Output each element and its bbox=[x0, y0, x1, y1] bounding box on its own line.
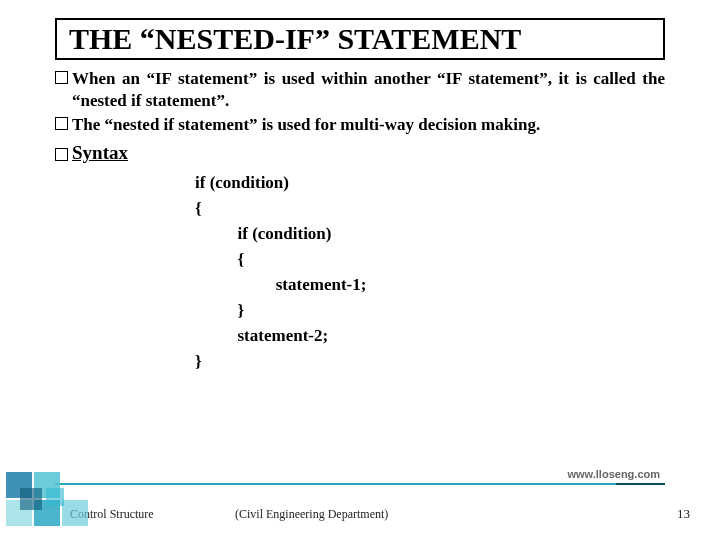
code-line: statement-1; bbox=[195, 272, 665, 298]
slide-title: THE “NESTED-IF” STATEMENT bbox=[69, 22, 651, 56]
bullet-item: When an “IF statement” is used within an… bbox=[55, 68, 665, 112]
square-bullet-icon bbox=[55, 148, 68, 161]
code-line: { bbox=[195, 247, 665, 273]
code-line: if (condition) bbox=[195, 170, 665, 196]
page-number: 13 bbox=[677, 506, 690, 522]
syntax-heading: Syntax bbox=[55, 142, 665, 164]
code-line: { bbox=[195, 196, 665, 222]
footer-divider bbox=[55, 483, 665, 485]
syntax-label: Syntax bbox=[72, 142, 128, 164]
square-bullet-icon bbox=[55, 71, 68, 84]
code-line: } bbox=[195, 349, 665, 375]
bullet-item: The “nested if statement” is used for mu… bbox=[55, 114, 665, 136]
bullet-text: The “nested if statement” is used for mu… bbox=[72, 114, 665, 136]
corner-decoration bbox=[0, 440, 120, 540]
code-line: if (condition) bbox=[195, 221, 665, 247]
code-line: } bbox=[195, 298, 665, 324]
square-bullet-icon bbox=[55, 117, 68, 130]
slide-container: THE “NESTED-IF” STATEMENT When an “IF st… bbox=[0, 0, 720, 540]
code-line: statement-2; bbox=[195, 323, 665, 349]
body-text: When an “IF statement” is used within an… bbox=[55, 68, 665, 136]
bullet-text: When an “IF statement” is used within an… bbox=[72, 68, 665, 112]
watermark-url: www.lloseng.com bbox=[568, 468, 661, 480]
title-box: THE “NESTED-IF” STATEMENT bbox=[55, 18, 665, 60]
footer-center: (Civil Engineering Department) bbox=[235, 507, 388, 522]
code-block: if (condition) { if (condition) { statem… bbox=[195, 170, 665, 374]
